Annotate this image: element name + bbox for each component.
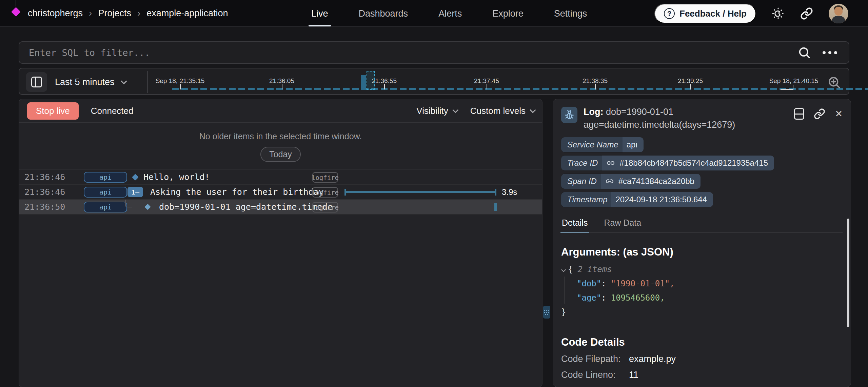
link-icon (605, 177, 614, 186)
theme-toggle-icon[interactable] (772, 7, 785, 20)
bug-icon (561, 107, 577, 123)
live-header: Stop live Connected Visibility Custom le… (19, 99, 542, 123)
close-icon[interactable]: ✕ (835, 109, 843, 119)
log-timestamp: 21:36:46 (19, 172, 65, 182)
sidebar-toggle-button[interactable] (26, 72, 47, 92)
json-indent-guide (565, 277, 565, 304)
tab-live[interactable]: Live (308, 0, 332, 27)
timeline-tick-label: 21:36:55 (372, 77, 397, 85)
detail-header: Log: dob=1990-01-01 age=datetime.timedel… (561, 105, 843, 131)
log-timestamp: 21:36:50 (19, 202, 65, 212)
detail-actions: ✕ (794, 105, 843, 120)
detail-attributes: Service Name api Trace ID #18b84cb4847b5… (561, 137, 843, 207)
log-point-tick (494, 203, 497, 211)
tab-details[interactable]: Details (561, 216, 588, 232)
breadcrumb-project-name[interactable]: example-application (146, 8, 228, 19)
json-key: "age" (577, 293, 601, 303)
trace-id-pill[interactable]: Trace ID #18b84cb4847b5d574c4ad9121935a4… (561, 156, 774, 170)
pill-value: #ca741384ca2a20bb (618, 177, 694, 186)
timeline-tick-label: 21:36:05 (269, 77, 294, 85)
json-string-value: "1990-01-01", (611, 279, 675, 288)
main-nav: Live Dashboards Alerts Explore Settings (308, 0, 590, 27)
json-open-brace: { (568, 265, 573, 274)
time-range-dropdown[interactable]: Last 5 minutes (55, 68, 125, 96)
breadcrumb-org[interactable]: christophergs (28, 8, 83, 19)
timestamp-pill[interactable]: Timestamp 2024-09-18 21:36:50.644 (561, 192, 713, 207)
logfire-tag[interactable]: logfire (312, 172, 338, 183)
span-id-pill[interactable]: Span ID #ca741384ca2a20bb (561, 174, 701, 189)
timeline-divider (147, 71, 148, 93)
span-duration-label: 3.9s (502, 187, 517, 197)
tab-alerts[interactable]: Alerts (435, 0, 465, 27)
logfire-logo-icon[interactable] (12, 0, 20, 27)
breadcrumb-projects[interactable]: Projects (98, 8, 131, 19)
service-badge[interactable]: api (84, 187, 127, 198)
timeline-selection[interactable] (367, 71, 375, 90)
timeline-end-tick (781, 85, 793, 90)
visibility-dropdown[interactable]: Visibility (416, 106, 456, 116)
feedback-help-label: Feedback / Help (679, 8, 747, 19)
logfire-app: christophergs › Projects › example-appli… (0, 0, 868, 387)
log-rows: 21:36:46 api Hello, world! logfire 21:36… (19, 169, 542, 215)
feedback-help-button[interactable]: ? Feedback / Help (654, 4, 756, 23)
tab-settings[interactable]: Settings (551, 0, 591, 27)
search-icon[interactable] (797, 46, 811, 59)
log-row[interactable]: 21:36:46 api Hello, world! logfire (19, 170, 542, 185)
custom-levels-dropdown[interactable]: Custom levels (470, 106, 534, 116)
more-options-icon[interactable] (823, 51, 837, 54)
chevron-down-icon (452, 107, 458, 113)
child-connector-line (125, 200, 132, 207)
pill-value: 2024-09-18 21:36:50.644 (615, 195, 707, 204)
today-button[interactable]: Today (260, 147, 301, 162)
log-row-selected[interactable]: 21:36:50 api dob=1990-01-01 age=datetime… (19, 200, 542, 215)
timeline-activity-bar[interactable] (361, 75, 366, 90)
collapse-children-badge[interactable]: 1– (127, 187, 143, 197)
json-viewer: {2 items "dob":"1990-01-01", "age":10954… (561, 262, 843, 319)
log-detail-panel: Log: dob=1990-01-01 age=datetime.timedel… (553, 99, 851, 387)
timeline-tick-label: Sep 18, 21:35:15 (156, 77, 205, 85)
avatar-body (832, 16, 845, 23)
split-view-icon[interactable] (794, 108, 804, 120)
chevron-right-icon: › (137, 8, 140, 19)
logfire-tag[interactable]: logfire (312, 202, 338, 212)
json-entry: "dob":"1990-01-01", (561, 277, 843, 291)
code-lineno-row: Code Lineno: 11 (561, 370, 843, 380)
timeline-zoom-in-icon[interactable] (827, 75, 841, 89)
timeline-canvas[interactable]: Sep 18, 21:35:15 21:36:05 21:36:55 21:37… (152, 68, 822, 96)
timeline-tick (487, 84, 487, 89)
live-filters: Visibility Custom levels (416, 106, 534, 116)
log-row[interactable]: 21:36:46 api 1– Asking the user for thei… (19, 185, 542, 200)
pill-value: api (627, 140, 637, 149)
service-badge[interactable]: api (84, 172, 127, 183)
code-filepath-row: Code Filepath: example.py (561, 354, 843, 364)
scrollbar-thumb[interactable] (847, 219, 849, 327)
timeline-tick (690, 84, 691, 89)
pill-value: #18b84cb4847b5d574c4ad9121935a415 (619, 158, 768, 168)
question-circle-icon: ? (664, 8, 675, 19)
stop-live-button[interactable]: Stop live (27, 102, 79, 120)
service-name-pill[interactable]: Service Name api (561, 137, 644, 152)
share-link-icon[interactable] (800, 7, 813, 20)
detail-title: Log: dob=1990-01-01 age=datetime.timedel… (584, 105, 735, 131)
panel-resize-handle[interactable] (543, 306, 550, 319)
sql-filter-input[interactable] (19, 42, 797, 63)
breadcrumb: christophergs › Projects › example-appli… (28, 8, 228, 19)
user-avatar[interactable] (829, 4, 848, 23)
collapse-caret-icon[interactable] (561, 267, 566, 272)
top-bar: christophergs › Projects › example-appli… (0, 0, 868, 27)
tab-explore[interactable]: Explore (489, 0, 527, 27)
span-duration-bar (344, 191, 496, 193)
chevron-down-icon (530, 107, 536, 113)
empty-state: No older items in the selected time wind… (19, 123, 542, 169)
pill-label: Trace ID (561, 155, 602, 171)
logfire-tag[interactable]: logfire (312, 187, 338, 198)
tab-raw-data[interactable]: Raw Data (603, 216, 642, 232)
json-number-value: 1095465600, (611, 293, 665, 303)
code-lineno-label: Code Lineno: (561, 370, 629, 380)
tab-dashboards[interactable]: Dashboards (355, 0, 412, 27)
detail-title-line1: dob=1990-01-01 (606, 107, 673, 117)
copy-link-icon[interactable] (814, 108, 825, 120)
custom-levels-label: Custom levels (470, 106, 526, 116)
connection-status: Connected (91, 106, 134, 116)
service-badge[interactable]: api (84, 202, 127, 212)
